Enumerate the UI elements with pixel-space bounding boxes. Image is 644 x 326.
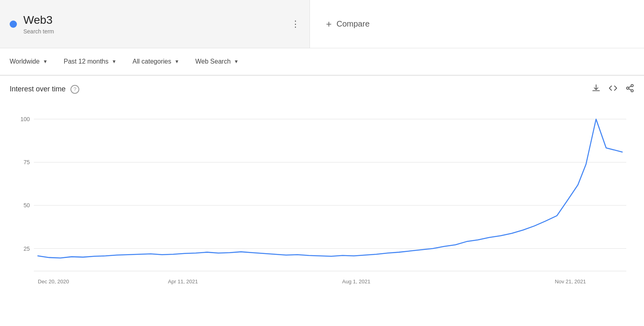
svg-text:Apr 11, 2021: Apr 11, 2021 — [168, 279, 198, 285]
search-term-title: Web3 — [23, 14, 54, 27]
svg-text:50: 50 — [23, 202, 30, 208]
time-range-chevron-icon: ▼ — [111, 59, 116, 64]
location-filter[interactable]: Worldwide ▼ — [10, 55, 47, 68]
compare-label: Compare — [336, 19, 369, 29]
compare-plus-icon: + — [326, 19, 332, 30]
svg-text:75: 75 — [23, 159, 30, 165]
chart-actions — [592, 84, 634, 95]
search-type-label: Web Search — [195, 58, 231, 65]
compare-box: + Compare — [310, 0, 644, 48]
search-term-dot — [10, 21, 17, 28]
svg-text:100: 100 — [21, 116, 30, 122]
chart-title-group: Interest over time ? — [10, 85, 79, 94]
category-filter[interactable]: All categories ▼ — [132, 55, 179, 68]
help-symbol: ? — [73, 86, 76, 92]
svg-text:Aug 1, 2021: Aug 1, 2021 — [342, 279, 370, 285]
svg-line-3 — [629, 89, 631, 90]
search-term-menu-icon[interactable]: ⋮ — [291, 19, 300, 29]
embed-button[interactable] — [609, 84, 617, 95]
search-type-filter[interactable]: Web Search ▼ — [195, 55, 239, 68]
download-button[interactable] — [592, 84, 601, 95]
svg-text:25: 25 — [23, 245, 30, 252]
filter-bar: Worldwide ▼ Past 12 months ▼ All categor… — [0, 48, 644, 76]
chart-title: Interest over time — [10, 85, 66, 93]
trend-line — [38, 119, 622, 258]
search-term-text: Web3 Search term — [23, 14, 54, 35]
time-range-label: Past 12 months — [64, 58, 108, 65]
chart-area: 100 75 50 25 Dec 20, 2020 Apr 11, 2021 A… — [10, 99, 634, 300]
category-chevron-icon: ▼ — [174, 59, 179, 64]
help-icon[interactable]: ? — [70, 85, 79, 94]
location-label: Worldwide — [10, 58, 39, 65]
search-type-chevron-icon: ▼ — [234, 59, 239, 64]
compare-button[interactable]: + Compare — [326, 19, 369, 30]
chart-header: Interest over time ? — [10, 84, 634, 95]
download-icon — [592, 84, 601, 93]
share-icon — [625, 84, 634, 93]
search-term-box: Web3 Search term ⋮ — [0, 0, 310, 48]
svg-line-4 — [629, 86, 631, 88]
embed-icon — [609, 84, 617, 93]
location-chevron-icon: ▼ — [43, 59, 47, 64]
share-button[interactable] — [625, 84, 634, 95]
search-term-subtitle: Search term — [23, 28, 54, 35]
time-range-filter[interactable]: Past 12 months ▼ — [64, 55, 116, 68]
chart-section: Interest over time ? — [0, 76, 644, 300]
svg-text:Dec 20, 2020: Dec 20, 2020 — [38, 279, 69, 285]
category-label: All categories — [132, 58, 171, 65]
interest-over-time-chart: 100 75 50 25 Dec 20, 2020 Apr 11, 2021 A… — [10, 99, 634, 300]
svg-text:Nov 21, 2021: Nov 21, 2021 — [555, 279, 586, 285]
